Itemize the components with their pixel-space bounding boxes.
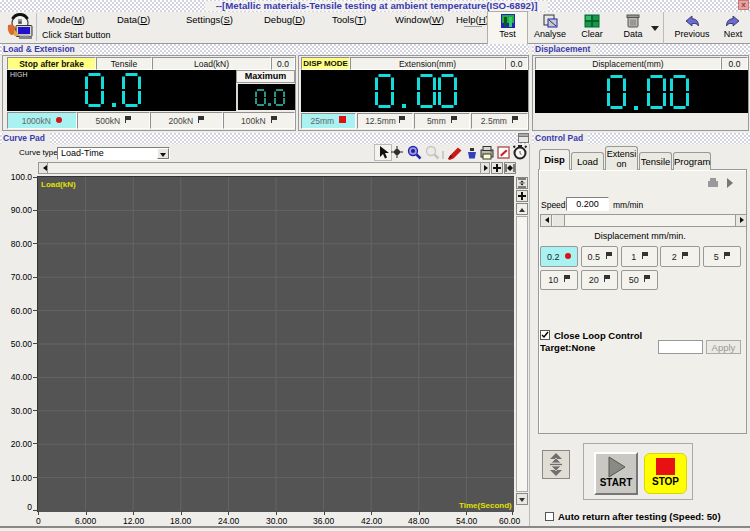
svg-text:Time(Second): Time(Second) — [459, 501, 512, 510]
svg-text:Load(kN): Load(kN) — [41, 180, 76, 189]
